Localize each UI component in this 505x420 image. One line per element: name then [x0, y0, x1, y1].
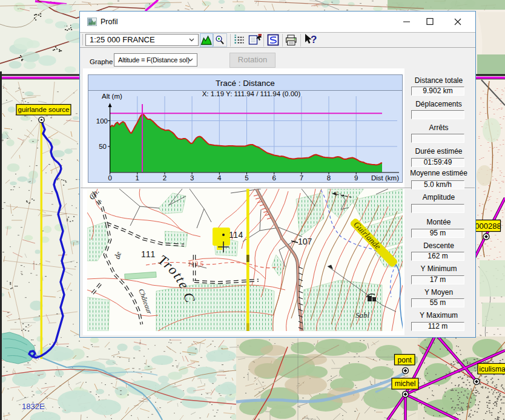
- svg-text:michel: michel: [395, 379, 416, 388]
- svg-text:3: 3: [190, 174, 194, 182]
- svg-text:?: ?: [311, 34, 317, 45]
- svg-text:9: 9: [354, 174, 358, 182]
- svg-text:5: 5: [245, 174, 248, 182]
- svg-text:7: 7: [300, 174, 303, 182]
- svg-text:107: 107: [298, 237, 312, 246]
- svg-text:50: 50: [99, 143, 107, 150]
- svg-text:4: 4: [217, 174, 222, 182]
- svg-text:000288: 000288: [475, 221, 501, 231]
- svg-text:114: 114: [229, 230, 243, 240]
- svg-text:2: 2: [163, 174, 167, 182]
- svg-text:0: 0: [108, 174, 111, 182]
- svg-text:Dist (km): Dist (km): [371, 174, 399, 182]
- svg-text:iculisma: iculisma: [479, 365, 505, 373]
- svg-text:100: 100: [96, 117, 108, 125]
- svg-text:X: 1.19 Y: 111.94 / 111.94 (0.: X: 1.19 Y: 111.94 / 111.94 (0.00): [202, 90, 301, 97]
- svg-text:pont: pont: [398, 356, 412, 364]
- svg-text:Sabl: Sabl: [355, 310, 370, 320]
- svg-text:111: 111: [141, 249, 156, 259]
- svg-text:1: 1: [136, 174, 139, 182]
- svg-text:6: 6: [272, 174, 276, 182]
- svg-text:1832E: 1832E: [22, 402, 45, 411]
- svg-text:Tracé : Distance: Tracé : Distance: [216, 79, 275, 88]
- svg-text:8: 8: [327, 174, 331, 182]
- svg-text:Alt (m): Alt (m): [102, 93, 122, 100]
- svg-text:guirlande source: guirlande source: [18, 106, 69, 113]
